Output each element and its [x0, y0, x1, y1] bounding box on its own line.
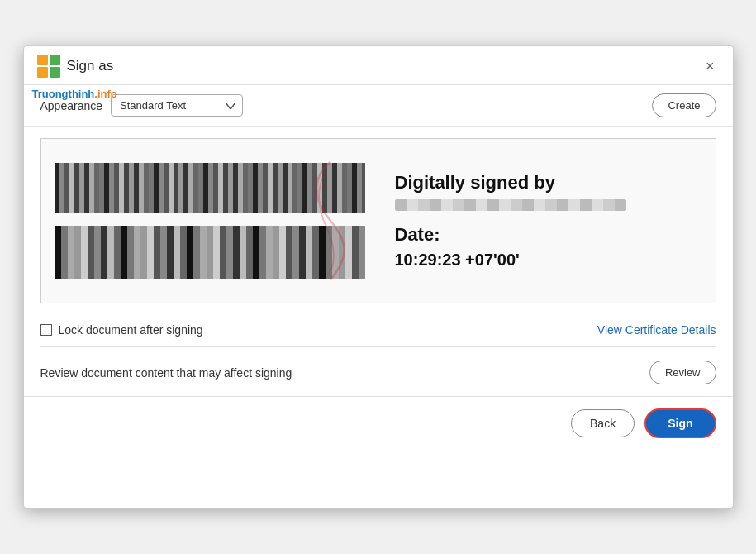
digitally-signed-title: Digitally signed by: [395, 172, 699, 193]
review-row: Review document content that may affect …: [24, 349, 733, 396]
signature-watermark: [283, 139, 378, 303]
signer-name-redacted: [395, 199, 626, 211]
actions-row: Back Sign: [24, 397, 733, 450]
brand-name: Truongthinh: [32, 88, 95, 100]
view-certificate-link[interactable]: View Certificate Details: [597, 323, 716, 337]
review-text: Review document content that may affect …: [40, 366, 292, 380]
preview-right: Digitally signed by Date: 10:29:23 +07'0…: [378, 139, 716, 303]
appearance-label: Appearance: [40, 99, 103, 112]
title-content: Sign as: [37, 55, 114, 78]
close-button[interactable]: ×: [701, 56, 720, 77]
title-bar: Sign as ×: [24, 46, 733, 85]
dialog-title: Sign as: [67, 58, 114, 74]
app-logo: [37, 55, 60, 78]
signature-preview: Digitally signed by Date: 10:29:23 +07'0…: [40, 138, 716, 303]
sig-watermark-svg: [306, 155, 355, 287]
divider-1: [40, 346, 716, 347]
back-button[interactable]: Back: [571, 409, 635, 437]
brand-tld: .info: [94, 88, 116, 100]
lock-row: Lock document after signing View Certifi…: [24, 315, 733, 345]
create-button[interactable]: Create: [652, 93, 716, 117]
lock-left: Lock document after signing: [40, 323, 203, 337]
date-value: 10:29:23 +07'00': [395, 251, 699, 270]
date-label: Date:: [395, 224, 699, 246]
review-button[interactable]: Review: [649, 361, 716, 384]
lock-label: Lock document after signing: [59, 323, 203, 337]
lock-checkbox[interactable]: [40, 324, 52, 336]
sign-dialog: Sign as × Truongthinh.info Appearance St…: [23, 45, 734, 509]
brand-watermark: Truongthinh.info: [32, 88, 117, 100]
appearance-select[interactable]: Standard Text Custom: [111, 94, 243, 117]
appearance-row: Appearance Standard Text Custom Create: [24, 85, 733, 127]
sign-button[interactable]: Sign: [644, 408, 716, 438]
